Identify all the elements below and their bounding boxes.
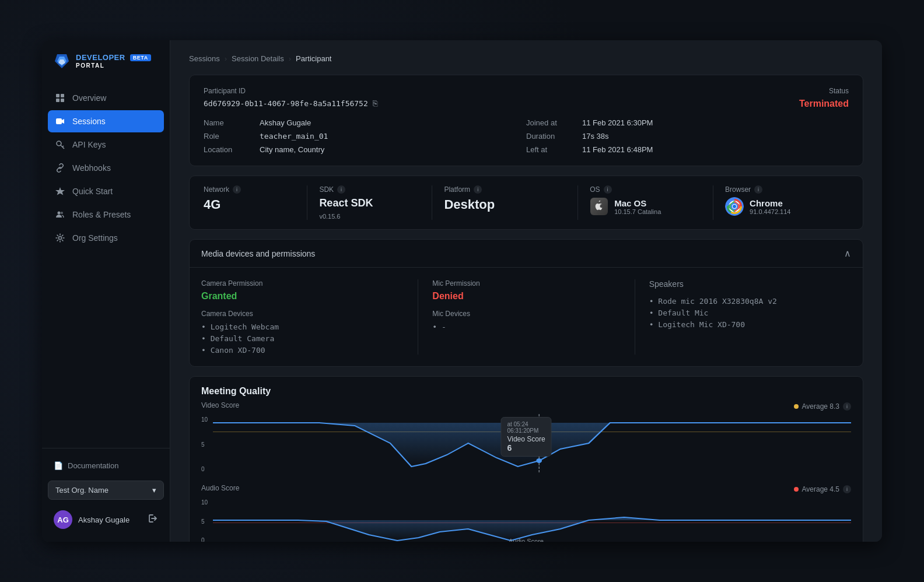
video-chart-svg	[213, 414, 851, 472]
status-section: Status Terminated	[799, 87, 849, 109]
copy-icon[interactable]: ⎘	[373, 99, 377, 108]
participant-id-value: 6d676929-0b11-4067-98fe-8a5a11f56752 ⎘	[204, 99, 377, 108]
logout-icon[interactable]	[148, 513, 158, 526]
user-row: AG Akshay Gugale	[48, 507, 164, 532]
sidebar: DEVELOPER BETA PORTAL Overview	[42, 40, 170, 542]
svg-rect-3	[56, 94, 60, 97]
tech-os: OS i	[578, 185, 713, 220]
browser-info-icon[interactable]: i	[754, 185, 762, 194]
mic-perm-label: Mic Permission	[432, 279, 620, 288]
user-info: AG Akshay Gugale	[54, 510, 130, 529]
left-value: 11 Feb 2021 6:48PM	[582, 145, 653, 154]
sidebar-item-label: Overview	[72, 93, 106, 103]
sidebar-item-quick-start[interactable]: Quick Start	[48, 180, 164, 202]
svg-point-18	[733, 205, 736, 208]
grid-icon	[55, 93, 65, 103]
tech-sdk: SDK i React SDK v0.15.6	[307, 185, 432, 220]
main-content: Sessions › Session Details › Participant…	[170, 40, 882, 542]
camera-device-2: Canon XD-700	[201, 346, 404, 355]
media-card-body: Camera Permission Granted Camera Devices…	[190, 268, 863, 366]
video-avg-indicator	[794, 404, 799, 409]
participant-card: Participant ID 6d676929-0b11-4067-98fe-8…	[189, 75, 863, 166]
audio-avg-indicator	[794, 487, 799, 492]
collapse-button[interactable]: ∧	[844, 248, 851, 259]
breadcrumb: Sessions › Session Details › Participant	[189, 54, 863, 63]
speaker-device-0: Rode mic 2016 X32830q8A v2	[649, 297, 837, 306]
svg-point-20	[536, 458, 542, 463]
mic-permission: Denied	[432, 291, 620, 301]
browser-label: Browser	[725, 185, 751, 194]
audio-score-bottom-label: Audio Score	[509, 538, 544, 542]
platform-value: Desktop	[444, 197, 566, 212]
sdk-info-icon[interactable]: i	[337, 185, 345, 194]
platform-info-icon[interactable]: i	[474, 185, 482, 194]
os-version: 10.15.7 Catalina	[614, 208, 661, 215]
breadcrumb-participant: Participant	[296, 54, 331, 63]
joined-label: Joined at	[526, 118, 573, 127]
os-info-icon[interactable]: i	[604, 185, 612, 194]
network-value: 4G	[204, 197, 295, 212]
quality-title: Meeting Quality	[190, 377, 863, 401]
mic-section: Mic Permission Denied Mic Devices -	[418, 279, 634, 355]
org-selector[interactable]: Test Org. Name ▾	[48, 481, 164, 500]
network-info-icon[interactable]: i	[233, 185, 241, 194]
os-label: OS	[590, 185, 600, 194]
video-chart: 10 5 0	[201, 414, 851, 472]
left-label: Left at	[526, 145, 573, 154]
browser-version: 91.0.4472.114	[750, 208, 790, 215]
tech-network: Network i 4G	[204, 185, 307, 220]
joined-value: 11 Feb 2021 6:30PM	[582, 118, 653, 127]
quality-card: Meeting Quality Video Score Average 8.3 …	[189, 376, 863, 542]
sidebar-item-webhooks[interactable]: Webhooks	[48, 157, 164, 179]
svg-point-9	[58, 212, 61, 215]
duration-value: 17s 38s	[582, 132, 609, 141]
user-name: Akshay Gugale	[78, 516, 130, 524]
name-row: Name Akshay Gugale	[204, 118, 526, 127]
platform-label: Platform	[444, 185, 470, 194]
breadcrumb-session-details[interactable]: Session Details	[232, 54, 284, 63]
sidebar-item-roles-presets[interactable]: Roles & Presets	[48, 204, 164, 226]
link-icon	[55, 163, 65, 173]
settings-icon	[55, 233, 65, 243]
svg-rect-6	[61, 99, 64, 102]
audio-avg-info-icon[interactable]: i	[843, 485, 851, 493]
sidebar-item-label: Org Settings	[72, 233, 118, 243]
video-icon	[55, 116, 65, 127]
breadcrumb-sessions[interactable]: Sessions	[189, 54, 220, 63]
sidebar-item-overview[interactable]: Overview	[48, 87, 164, 109]
participant-header: Participant ID 6d676929-0b11-4067-98fe-8…	[204, 87, 849, 109]
logo: DEVELOPER BETA PORTAL	[42, 40, 170, 87]
logo-text: DEVELOPER BETA PORTAL	[76, 54, 151, 68]
sdk-version: v0.15.6	[319, 213, 420, 220]
doc-icon: 📄	[54, 461, 63, 470]
star-icon	[55, 186, 65, 197]
video-avg-info-icon[interactable]: i	[843, 402, 851, 411]
sidebar-item-org-settings[interactable]: Org Settings	[48, 227, 164, 249]
chevron-down-icon: ▾	[152, 486, 156, 495]
video-average-badge: Average 8.3 i	[794, 402, 852, 411]
tech-row: Network i 4G SDK i React SDK v0.15.6 Pla…	[189, 176, 863, 230]
duration-label: Duration	[526, 132, 573, 141]
sdk-value: React SDK	[319, 197, 420, 209]
tech-platform: Platform i Desktop	[432, 185, 578, 220]
audio-score-label: Audio Score	[201, 484, 239, 492]
video-score-label: Video Score	[201, 401, 239, 409]
camera-section: Camera Permission Granted Camera Devices…	[201, 279, 418, 355]
audio-chart-section: Audio Score Average 4.5 i 10 5 0	[190, 484, 863, 542]
audio-average-badge: Average 4.5 i	[794, 485, 852, 493]
svg-rect-4	[61, 94, 64, 97]
macos-icon	[590, 197, 608, 216]
speakers-device-list: Rode mic 2016 X32830q8A v2 Default Mic L…	[649, 297, 837, 329]
media-card-title: Media devices and permissions	[201, 249, 315, 258]
sidebar-item-sessions[interactable]: Sessions	[48, 110, 164, 132]
sidebar-item-label: API Keys	[72, 140, 106, 149]
sidebar-item-api-keys[interactable]: API Keys	[48, 134, 164, 156]
camera-device-0: Logitech Webcam	[201, 322, 404, 331]
org-name: Test Org. Name	[55, 486, 108, 495]
audio-chart-svg	[213, 497, 851, 542]
location-label: Location	[204, 145, 250, 154]
documentation-link[interactable]: 📄 Documentation	[48, 458, 164, 474]
os-text: Mac OS 10.15.7 Catalina	[614, 198, 661, 215]
participant-id-label: Participant ID	[204, 87, 377, 95]
os-with-icon: Mac OS 10.15.7 Catalina	[590, 197, 701, 216]
